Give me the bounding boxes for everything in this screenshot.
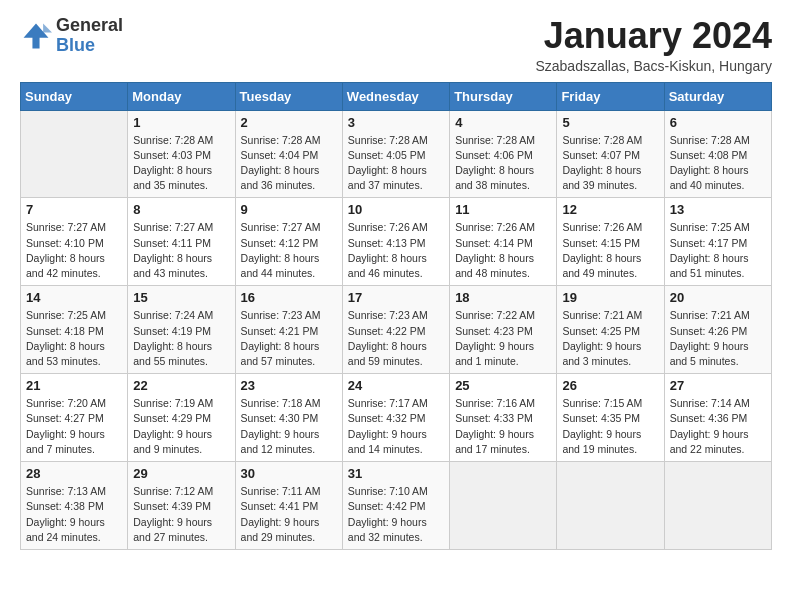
calendar-cell: 6Sunrise: 7:28 AMSunset: 4:08 PMDaylight…	[664, 110, 771, 198]
day-number: 25	[455, 378, 551, 393]
calendar-cell: 3Sunrise: 7:28 AMSunset: 4:05 PMDaylight…	[342, 110, 449, 198]
calendar-cell: 21Sunrise: 7:20 AMSunset: 4:27 PMDayligh…	[21, 374, 128, 462]
day-detail: Sunrise: 7:25 AMSunset: 4:17 PMDaylight:…	[670, 220, 766, 281]
day-detail: Sunrise: 7:21 AMSunset: 4:25 PMDaylight:…	[562, 308, 658, 369]
calendar-cell: 4Sunrise: 7:28 AMSunset: 4:06 PMDaylight…	[450, 110, 557, 198]
day-number: 9	[241, 202, 337, 217]
calendar-cell: 9Sunrise: 7:27 AMSunset: 4:12 PMDaylight…	[235, 198, 342, 286]
calendar-cell: 19Sunrise: 7:21 AMSunset: 4:25 PMDayligh…	[557, 286, 664, 374]
day-number: 5	[562, 115, 658, 130]
day-number: 30	[241, 466, 337, 481]
day-detail: Sunrise: 7:23 AMSunset: 4:22 PMDaylight:…	[348, 308, 444, 369]
day-detail: Sunrise: 7:28 AMSunset: 4:08 PMDaylight:…	[670, 133, 766, 194]
day-detail: Sunrise: 7:13 AMSunset: 4:38 PMDaylight:…	[26, 484, 122, 545]
day-number: 11	[455, 202, 551, 217]
page-header: General Blue January 2024 Szabadszallas,…	[20, 16, 772, 74]
week-row-3: 21Sunrise: 7:20 AMSunset: 4:27 PMDayligh…	[21, 374, 772, 462]
month-title: January 2024	[535, 16, 772, 56]
day-detail: Sunrise: 7:17 AMSunset: 4:32 PMDaylight:…	[348, 396, 444, 457]
day-detail: Sunrise: 7:28 AMSunset: 4:06 PMDaylight:…	[455, 133, 551, 194]
day-number: 7	[26, 202, 122, 217]
week-row-0: 1Sunrise: 7:28 AMSunset: 4:03 PMDaylight…	[21, 110, 772, 198]
weekday-header-friday: Friday	[557, 82, 664, 110]
day-number: 15	[133, 290, 229, 305]
calendar-cell: 28Sunrise: 7:13 AMSunset: 4:38 PMDayligh…	[21, 462, 128, 550]
calendar-cell: 22Sunrise: 7:19 AMSunset: 4:29 PMDayligh…	[128, 374, 235, 462]
calendar-cell: 11Sunrise: 7:26 AMSunset: 4:14 PMDayligh…	[450, 198, 557, 286]
logo-blue-text: Blue	[56, 35, 95, 55]
calendar-cell: 1Sunrise: 7:28 AMSunset: 4:03 PMDaylight…	[128, 110, 235, 198]
day-detail: Sunrise: 7:27 AMSunset: 4:12 PMDaylight:…	[241, 220, 337, 281]
day-number: 29	[133, 466, 229, 481]
calendar-cell: 30Sunrise: 7:11 AMSunset: 4:41 PMDayligh…	[235, 462, 342, 550]
calendar-cell: 13Sunrise: 7:25 AMSunset: 4:17 PMDayligh…	[664, 198, 771, 286]
day-detail: Sunrise: 7:19 AMSunset: 4:29 PMDaylight:…	[133, 396, 229, 457]
weekday-header-sunday: Sunday	[21, 82, 128, 110]
day-number: 21	[26, 378, 122, 393]
week-row-4: 28Sunrise: 7:13 AMSunset: 4:38 PMDayligh…	[21, 462, 772, 550]
day-number: 23	[241, 378, 337, 393]
day-number: 2	[241, 115, 337, 130]
day-number: 26	[562, 378, 658, 393]
day-number: 27	[670, 378, 766, 393]
day-number: 31	[348, 466, 444, 481]
day-detail: Sunrise: 7:20 AMSunset: 4:27 PMDaylight:…	[26, 396, 122, 457]
day-number: 28	[26, 466, 122, 481]
day-detail: Sunrise: 7:18 AMSunset: 4:30 PMDaylight:…	[241, 396, 337, 457]
day-detail: Sunrise: 7:22 AMSunset: 4:23 PMDaylight:…	[455, 308, 551, 369]
title-block: January 2024 Szabadszallas, Bacs-Kiskun,…	[535, 16, 772, 74]
calendar-cell: 23Sunrise: 7:18 AMSunset: 4:30 PMDayligh…	[235, 374, 342, 462]
day-detail: Sunrise: 7:27 AMSunset: 4:10 PMDaylight:…	[26, 220, 122, 281]
logo-general-text: General	[56, 15, 123, 35]
day-detail: Sunrise: 7:26 AMSunset: 4:15 PMDaylight:…	[562, 220, 658, 281]
weekday-header-tuesday: Tuesday	[235, 82, 342, 110]
day-detail: Sunrise: 7:10 AMSunset: 4:42 PMDaylight:…	[348, 484, 444, 545]
day-detail: Sunrise: 7:15 AMSunset: 4:35 PMDaylight:…	[562, 396, 658, 457]
day-detail: Sunrise: 7:28 AMSunset: 4:05 PMDaylight:…	[348, 133, 444, 194]
day-number: 22	[133, 378, 229, 393]
calendar-cell: 2Sunrise: 7:28 AMSunset: 4:04 PMDaylight…	[235, 110, 342, 198]
calendar-cell: 10Sunrise: 7:26 AMSunset: 4:13 PMDayligh…	[342, 198, 449, 286]
day-number: 24	[348, 378, 444, 393]
day-number: 6	[670, 115, 766, 130]
calendar-cell: 31Sunrise: 7:10 AMSunset: 4:42 PMDayligh…	[342, 462, 449, 550]
calendar-cell: 16Sunrise: 7:23 AMSunset: 4:21 PMDayligh…	[235, 286, 342, 374]
calendar-cell: 25Sunrise: 7:16 AMSunset: 4:33 PMDayligh…	[450, 374, 557, 462]
calendar-cell	[21, 110, 128, 198]
logo-icon	[20, 20, 52, 52]
weekday-header-thursday: Thursday	[450, 82, 557, 110]
calendar-cell: 27Sunrise: 7:14 AMSunset: 4:36 PMDayligh…	[664, 374, 771, 462]
calendar-cell: 14Sunrise: 7:25 AMSunset: 4:18 PMDayligh…	[21, 286, 128, 374]
day-detail: Sunrise: 7:26 AMSunset: 4:13 PMDaylight:…	[348, 220, 444, 281]
weekday-header-saturday: Saturday	[664, 82, 771, 110]
location-subtitle: Szabadszallas, Bacs-Kiskun, Hungary	[535, 58, 772, 74]
day-number: 19	[562, 290, 658, 305]
calendar-cell: 12Sunrise: 7:26 AMSunset: 4:15 PMDayligh…	[557, 198, 664, 286]
calendar-cell: 24Sunrise: 7:17 AMSunset: 4:32 PMDayligh…	[342, 374, 449, 462]
day-detail: Sunrise: 7:14 AMSunset: 4:36 PMDaylight:…	[670, 396, 766, 457]
day-number: 3	[348, 115, 444, 130]
calendar-cell: 8Sunrise: 7:27 AMSunset: 4:11 PMDaylight…	[128, 198, 235, 286]
calendar-table: SundayMondayTuesdayWednesdayThursdayFrid…	[20, 82, 772, 550]
day-detail: Sunrise: 7:28 AMSunset: 4:04 PMDaylight:…	[241, 133, 337, 194]
logo: General Blue	[20, 16, 123, 56]
calendar-cell: 5Sunrise: 7:28 AMSunset: 4:07 PMDaylight…	[557, 110, 664, 198]
weekday-header-monday: Monday	[128, 82, 235, 110]
calendar-cell: 7Sunrise: 7:27 AMSunset: 4:10 PMDaylight…	[21, 198, 128, 286]
day-number: 1	[133, 115, 229, 130]
calendar-cell	[557, 462, 664, 550]
day-detail: Sunrise: 7:28 AMSunset: 4:07 PMDaylight:…	[562, 133, 658, 194]
day-number: 13	[670, 202, 766, 217]
day-number: 17	[348, 290, 444, 305]
calendar-cell: 29Sunrise: 7:12 AMSunset: 4:39 PMDayligh…	[128, 462, 235, 550]
day-detail: Sunrise: 7:27 AMSunset: 4:11 PMDaylight:…	[133, 220, 229, 281]
calendar-cell	[664, 462, 771, 550]
week-row-1: 7Sunrise: 7:27 AMSunset: 4:10 PMDaylight…	[21, 198, 772, 286]
calendar-cell: 20Sunrise: 7:21 AMSunset: 4:26 PMDayligh…	[664, 286, 771, 374]
calendar-cell	[450, 462, 557, 550]
day-number: 8	[133, 202, 229, 217]
weekday-header-row: SundayMondayTuesdayWednesdayThursdayFrid…	[21, 82, 772, 110]
calendar-cell: 18Sunrise: 7:22 AMSunset: 4:23 PMDayligh…	[450, 286, 557, 374]
day-detail: Sunrise: 7:25 AMSunset: 4:18 PMDaylight:…	[26, 308, 122, 369]
day-detail: Sunrise: 7:12 AMSunset: 4:39 PMDaylight:…	[133, 484, 229, 545]
